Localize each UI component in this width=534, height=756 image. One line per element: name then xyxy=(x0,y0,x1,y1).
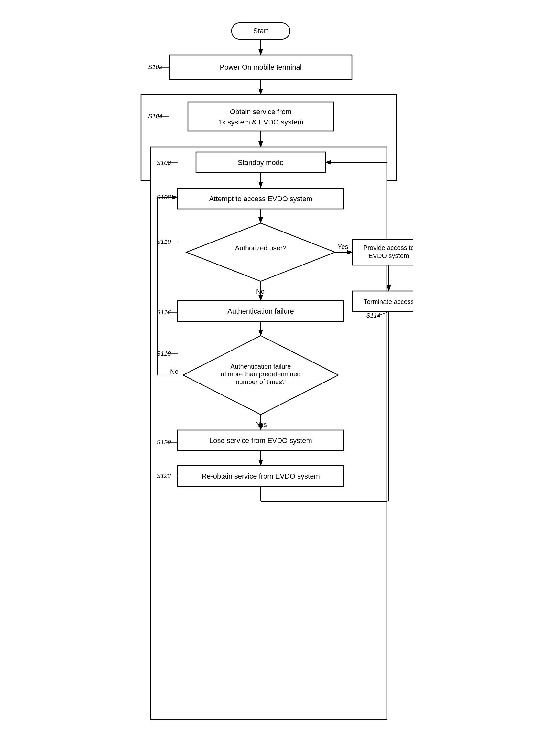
s122-text: Re-obtain service from EVDO system xyxy=(202,472,320,480)
start-label: Start xyxy=(253,27,268,35)
s112-text2: EVDO system xyxy=(368,252,409,259)
s114-text: Terminate access xyxy=(364,298,413,305)
s118-yes-label: Yes xyxy=(256,421,267,428)
s118-no-label: No xyxy=(170,368,179,375)
s118-text3: number of times? xyxy=(236,378,286,386)
s118-text1: Authentication failure xyxy=(230,363,291,370)
s110-text: Authorized user? xyxy=(235,244,286,252)
s110-yes-label: Yes xyxy=(338,243,348,250)
s102-text: Power On mobile terminal xyxy=(220,63,301,71)
diagram-container: Start S102 Power On mobile terminal S104… xyxy=(122,13,413,744)
s118-text2: of more than predetermined xyxy=(221,370,300,378)
s106-text: Standby mode xyxy=(238,158,284,167)
s116-text: Authentication failure xyxy=(227,307,294,315)
s104-text1: Obtain service from xyxy=(230,108,292,116)
s104-text2: 1x system & EVDO system xyxy=(218,118,303,126)
s104-box xyxy=(188,102,333,131)
s112-text1: Provide access to xyxy=(363,244,413,251)
s120-text: Lose service from EVDO system xyxy=(209,437,312,445)
step-s102-label: S102 xyxy=(148,63,163,70)
s108-text: Attempt to access EVDO system xyxy=(209,195,312,203)
s110-no-label: No xyxy=(256,288,265,295)
